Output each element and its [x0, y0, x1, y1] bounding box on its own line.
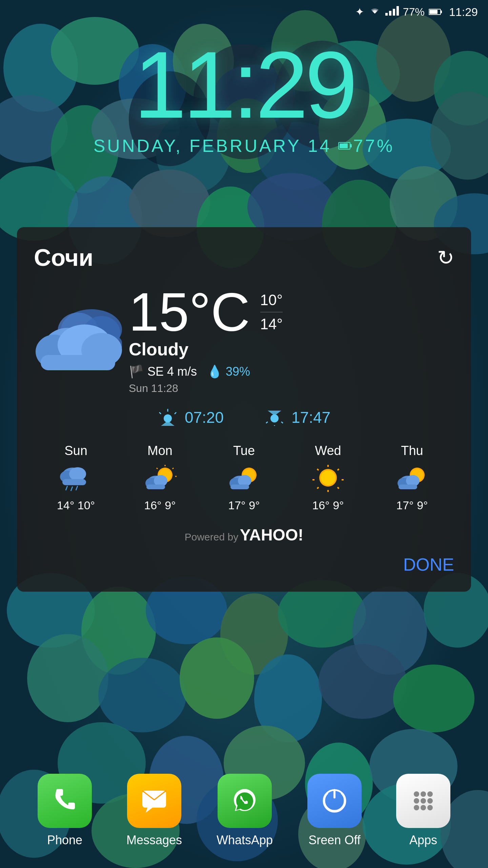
temp-high: 10° [260, 292, 283, 312]
svg-line-106 [338, 487, 339, 489]
svg-point-124 [414, 791, 419, 797]
svg-point-125 [421, 791, 426, 797]
weather-temp-section: 15°C 10° 14° Cloudy 🏴 SE 4 m/s 💧 39% Sun… [122, 285, 454, 395]
forecast-icon-sun [59, 465, 93, 492]
forecast-icon-thu [395, 465, 429, 492]
svg-point-129 [427, 798, 433, 804]
bluetooth-icon: ✦ [355, 5, 364, 18]
messages-svg [139, 786, 169, 816]
phone-label: Phone [47, 833, 82, 847]
forecast-day-thu: Thu 17° 9° [370, 443, 454, 512]
dock-item-messages[interactable]: Messages [126, 774, 182, 847]
weather-refresh-button[interactable]: ↻ [437, 246, 454, 270]
messages-icon [127, 774, 181, 828]
apps-icon [396, 774, 450, 828]
sunset-time: 17:47 [264, 408, 330, 427]
svg-rect-59 [441, 11, 442, 13]
dock-item-phone[interactable]: Phone [38, 774, 92, 847]
forecast-day-sun: Sun 14° 10° [34, 443, 118, 512]
forecast-icon-wed [311, 465, 345, 492]
svg-point-126 [427, 791, 433, 797]
apps-label: Apps [409, 833, 437, 847]
sunrise-time: 07:20 [158, 408, 224, 427]
svg-marker-118 [146, 808, 152, 813]
svg-point-127 [414, 798, 419, 804]
svg-line-77 [281, 422, 283, 423]
status-time: 11:29 [449, 5, 478, 19]
svg-point-38 [319, 644, 407, 719]
weather-wind: 🏴 SE 4 m/s [129, 364, 197, 379]
clock-time: 11:29 [0, 37, 488, 132]
svg-rect-57 [396, 6, 399, 16]
weather-icon [34, 306, 122, 374]
phone-icon [38, 774, 92, 828]
svg-rect-69 [41, 355, 115, 370]
svg-point-70 [164, 414, 172, 422]
svg-line-104 [338, 469, 339, 470]
forecast-icon-mon [143, 465, 177, 492]
svg-line-89 [157, 468, 158, 469]
done-button[interactable]: DONE [403, 555, 454, 574]
weather-main: 15°C 10° 14° Cloudy 🏴 SE 4 m/s 💧 39% Sun… [34, 285, 454, 395]
status-icons: ✦ 77% [355, 5, 442, 18]
wifi-icon [368, 5, 381, 18]
weather-temperature: 15°C [129, 285, 250, 339]
screenoff-icon [307, 774, 362, 828]
whatsapp-icon [218, 774, 272, 828]
temp-low: 14° [260, 316, 283, 333]
svg-point-34 [27, 634, 108, 722]
svg-point-102 [321, 470, 336, 485]
dock: Phone Messages WhatsApp [0, 753, 488, 868]
svg-point-80 [69, 467, 86, 481]
done-button-container: DONE [34, 554, 454, 575]
weather-header: Сочи ↻ [34, 244, 454, 271]
messages-label: Messages [126, 833, 182, 847]
svg-line-87 [172, 468, 174, 469]
dock-item-apps[interactable]: Apps [396, 774, 450, 847]
forecast-day-wed: Wed 16° 9° [286, 443, 370, 512]
sunrise-icon [158, 409, 178, 426]
dock-item-screenoff[interactable]: Sreen Off [307, 774, 362, 847]
weather-condition: Cloudy [129, 339, 454, 359]
weather-sun-times: 07:20 17:47 [34, 408, 454, 427]
forecast-icon-tue [227, 465, 261, 492]
svg-rect-60 [429, 10, 438, 14]
sunset-icon [264, 409, 285, 426]
yahoo-logo: YAHOO! [240, 526, 304, 544]
svg-point-35 [98, 658, 186, 732]
weather-updated: Sun 11:28 [129, 382, 454, 395]
svg-point-36 [180, 637, 254, 719]
forecast-day-tue: Tue 17° 9° [202, 443, 286, 512]
svg-rect-55 [389, 11, 391, 16]
svg-point-128 [421, 798, 426, 804]
status-bar: ✦ 77% 11:29 [0, 0, 488, 24]
forecast-day-mon: Mon 16° 9° [118, 443, 202, 512]
svg-point-74 [270, 414, 279, 422]
whatsapp-label: WhatsApp [217, 833, 273, 847]
cloud-svg [34, 306, 122, 374]
svg-line-110 [317, 469, 319, 470]
svg-rect-54 [385, 13, 388, 16]
svg-line-83 [71, 487, 73, 491]
clock-date: SUNDAY, FEBRUARY 14 77% [0, 136, 488, 156]
weather-temp-info: 15°C 10° 14° [129, 285, 454, 339]
svg-line-108 [317, 487, 319, 489]
yahoo-credit: Powered by YAHOO! [34, 526, 454, 544]
svg-rect-100 [230, 485, 249, 489]
screenoff-svg [319, 786, 350, 816]
weather-details: 🏴 SE 4 m/s 💧 39% [129, 364, 454, 379]
svg-line-76 [266, 422, 268, 423]
svg-point-132 [427, 805, 433, 810]
svg-rect-94 [146, 485, 165, 489]
svg-rect-116 [399, 485, 417, 489]
weather-temp-range: 10° 14° [260, 292, 283, 333]
svg-rect-56 [393, 9, 395, 16]
signal-icon [385, 6, 399, 18]
clock-battery: 77% [338, 136, 394, 156]
svg-point-131 [421, 805, 426, 810]
weather-humidity: 💧 39% [207, 364, 250, 379]
screenoff-label: Sreen Off [308, 833, 360, 847]
svg-line-82 [66, 486, 67, 490]
apps-svg [408, 786, 439, 816]
dock-item-whatsapp[interactable]: WhatsApp [217, 774, 273, 847]
